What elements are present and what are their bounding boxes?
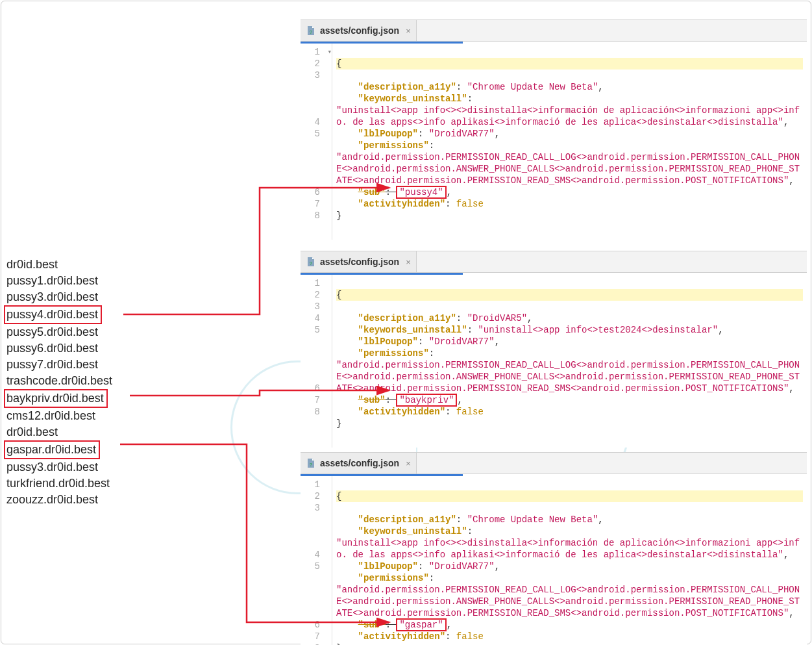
fold-icon[interactable]: ▾ [327,46,332,58]
domain-item: pussy3.dr0id.best [6,459,112,475]
sub-value-highlight: "pussy4" [396,186,446,199]
domain-item: cms12.dr0id.best [6,408,112,424]
code-content[interactable]: { "description_a11y": "Chrome Update New… [332,476,807,645]
svg-text:?: ? [310,260,313,266]
editor-panel-1: ? assets/config.json × ▾12345678 { "desc… [301,19,807,240]
editor-panel-2: ? assets/config.json × 12345678 { "descr… [301,251,807,448]
tab-label: assets/config.json [320,25,399,36]
code-content[interactable]: { "description_a11y": "DroidVAR5", "keyw… [332,275,807,448]
tab-config-json[interactable]: ? assets/config.json × [301,453,417,474]
domain-item: pussy3.dr0id.best [6,289,112,305]
domain-item: zoouzz.dr0id.best [6,492,112,508]
domain-list: dr0id.bestpussy1.dr0id.bestpussy3.dr0id.… [6,257,112,508]
file-icon: ? [306,25,316,36]
gutter: ▾12345678 [301,44,323,240]
domain-item: baykpriv.dr0id.best [6,389,112,408]
close-icon[interactable]: × [406,459,411,468]
gutter: 12345678 [301,275,323,448]
domain-item: pussy7.dr0id.best [6,357,112,373]
file-icon: ? [306,257,316,267]
tab-config-json[interactable]: ? assets/config.json × [301,251,417,272]
svg-text:?: ? [310,462,313,468]
tab-label: assets/config.json [320,257,399,267]
file-icon: ? [306,458,316,468]
sub-value-highlight: "baykpriv" [396,394,457,407]
tab-label: assets/config.json [320,458,399,468]
code-content[interactable]: { "description_a11y": "Chrome Update New… [332,44,807,240]
domain-item: pussy6.dr0id.best [6,340,112,357]
close-icon[interactable]: × [406,257,411,267]
tab-config-json[interactable]: ? assets/config.json × [301,20,417,41]
tab-bar: ? assets/config.json × [301,453,807,474]
domain-item: pussy5.dr0id.best [6,324,112,340]
gutter: 12345678 [301,476,323,645]
domain-item: turkfriend.dr0id.best [6,475,112,492]
domain-item: gaspar.dr0id.best [6,440,112,459]
domain-item: dr0id.best [6,257,112,273]
tab-bar: ? assets/config.json × [301,20,807,42]
domain-item: pussy1.dr0id.best [6,273,112,289]
editor-panel-3: ? assets/config.json × 12345678 { "descr… [301,452,807,645]
domain-item: trashcode.dr0id.best [6,373,112,389]
domain-item: pussy4.dr0id.best [6,305,112,324]
tab-bar: ? assets/config.json × [301,251,807,273]
sub-value-highlight: "gaspar" [396,618,446,631]
close-icon[interactable]: × [406,26,411,36]
domain-item: dr0id.best [6,424,112,440]
svg-text:?: ? [310,29,313,35]
